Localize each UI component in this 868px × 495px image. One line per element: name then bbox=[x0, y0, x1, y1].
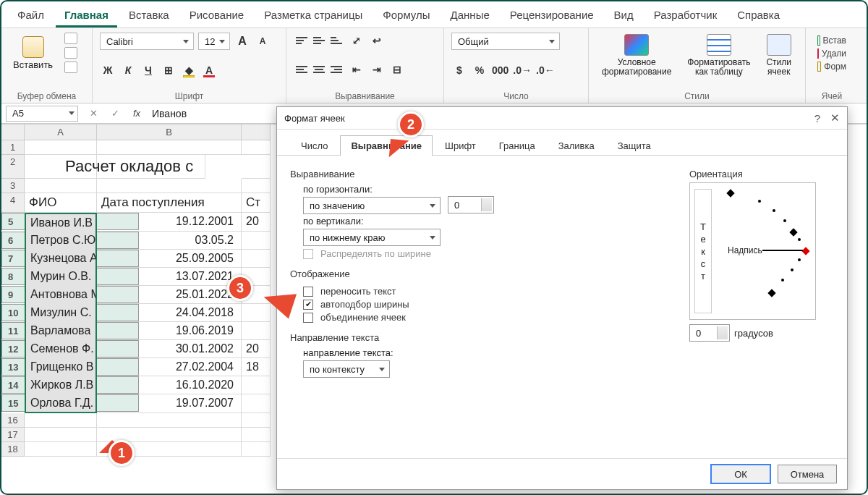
cell[interactable]: Иванов И.В bbox=[25, 213, 97, 232]
text-direction-select[interactable]: по контексту bbox=[303, 360, 390, 378]
shrink-font-button[interactable]: A bbox=[255, 33, 271, 49]
increase-decimal-button[interactable]: .0→ bbox=[513, 62, 532, 78]
col-header-b[interactable]: B bbox=[97, 124, 242, 140]
cell[interactable] bbox=[97, 140, 242, 155]
format-as-table-button[interactable]: Форматировать как таблицу bbox=[681, 33, 756, 78]
cell[interactable] bbox=[242, 179, 271, 193]
cell[interactable] bbox=[242, 413, 271, 428]
cell[interactable] bbox=[242, 268, 271, 286]
cut-icon[interactable] bbox=[64, 33, 77, 44]
orientation-control[interactable]: Текст Надпись bbox=[689, 182, 816, 320]
dlg-tab-font[interactable]: Шрифт bbox=[434, 135, 487, 156]
grow-font-button[interactable]: A bbox=[234, 33, 250, 49]
cell[interactable]: Расчет окладов с bbox=[61, 155, 205, 179]
cell[interactable]: Мизулин С. bbox=[25, 304, 97, 322]
align-bottom-button[interactable] bbox=[328, 33, 344, 48]
align-middle-button[interactable] bbox=[311, 33, 327, 48]
cell[interactable] bbox=[97, 428, 242, 442]
degrees-spinner[interactable]: 0 bbox=[689, 324, 730, 342]
row-header[interactable]: 1 bbox=[1, 140, 25, 155]
cell[interactable] bbox=[25, 179, 97, 193]
name-box[interactable]: A5 bbox=[6, 106, 78, 122]
decrease-decimal-button[interactable]: .0← bbox=[536, 62, 555, 78]
cell[interactable] bbox=[242, 322, 271, 340]
help-button[interactable]: ? bbox=[814, 112, 820, 124]
tab-review[interactable]: Рецензирование bbox=[501, 6, 603, 28]
font-size-select[interactable]: 12 bbox=[198, 33, 230, 50]
tab-help[interactable]: Справка bbox=[728, 6, 788, 28]
cell-styles-button[interactable]: Стили ячеек bbox=[760, 33, 797, 78]
tab-view[interactable]: Вид bbox=[605, 6, 642, 28]
dlg-tab-fill[interactable]: Заливка bbox=[548, 135, 605, 156]
tab-developer[interactable]: Разработчик bbox=[645, 6, 726, 28]
paste-button[interactable]: Вставить bbox=[9, 35, 57, 72]
align-right-button[interactable] bbox=[328, 62, 344, 77]
cell[interactable]: ФИО bbox=[25, 193, 97, 213]
cell[interactable] bbox=[242, 140, 271, 155]
merge-cells-checkbox[interactable] bbox=[303, 313, 313, 323]
cell[interactable] bbox=[25, 140, 97, 155]
cell[interactable] bbox=[25, 428, 97, 442]
orientation-button[interactable]: ⤢ bbox=[349, 33, 365, 48]
cell[interactable]: 03.05.2 bbox=[97, 232, 242, 250]
cell[interactable] bbox=[97, 413, 242, 428]
conditional-formatting-button[interactable]: Условное форматирование bbox=[596, 33, 677, 78]
cell[interactable]: 19.07.2007 bbox=[97, 394, 242, 413]
cell[interactable] bbox=[25, 413, 97, 428]
fx-icon[interactable]: fx bbox=[129, 106, 145, 122]
increase-indent-button[interactable]: ⇥ bbox=[369, 62, 385, 77]
copy-icon[interactable] bbox=[64, 47, 77, 59]
h-align-select[interactable]: по значению bbox=[303, 197, 441, 214]
cell[interactable] bbox=[97, 442, 242, 457]
underline-button[interactable]: Ч bbox=[140, 62, 156, 78]
cell[interactable]: 16.10.2020 bbox=[97, 376, 242, 394]
cell[interactable]: Кузнецова А bbox=[25, 250, 97, 268]
cell[interactable]: Грищенко В bbox=[25, 358, 97, 376]
cell[interactable]: Орлова Г.Д. bbox=[25, 394, 97, 413]
cell[interactable] bbox=[242, 250, 271, 268]
vertical-text-toggle[interactable]: Текст bbox=[694, 189, 712, 313]
formula-input[interactable]: Иванов bbox=[145, 108, 187, 119]
cancel-button[interactable]: Отмена bbox=[778, 465, 837, 483]
cell[interactable]: 19.06.2019 bbox=[97, 322, 242, 340]
select-all-corner[interactable] bbox=[1, 124, 25, 140]
wrap-text-checkbox[interactable] bbox=[303, 287, 313, 297]
cell[interactable] bbox=[242, 286, 271, 304]
cell[interactable]: 24.04.2018 bbox=[97, 304, 242, 322]
cell[interactable]: 20 bbox=[242, 340, 271, 358]
merge-button[interactable]: ⊟ bbox=[389, 62, 405, 77]
close-button[interactable]: ✕ bbox=[830, 111, 840, 124]
row-header[interactable]: 3 bbox=[1, 179, 25, 193]
dlg-tab-border[interactable]: Граница bbox=[488, 135, 546, 156]
accept-edit-icon[interactable]: ✓ bbox=[107, 106, 123, 122]
cancel-edit-icon[interactable]: ✕ bbox=[85, 106, 101, 122]
cell[interactable] bbox=[242, 442, 271, 457]
dlg-tab-protection[interactable]: Защита bbox=[607, 135, 662, 156]
cells-insert-button[interactable]: Встав bbox=[817, 35, 846, 46]
cell[interactable]: Антовнова М bbox=[25, 286, 97, 304]
cell[interactable]: Жирков Л.В bbox=[25, 376, 97, 394]
tab-formulas[interactable]: Формулы bbox=[374, 6, 438, 28]
col-header-c[interactable] bbox=[242, 124, 271, 140]
dialog-titlebar[interactable]: Формат ячеек ? ✕ bbox=[277, 107, 847, 130]
cell[interactable] bbox=[242, 155, 271, 179]
align-center-button[interactable] bbox=[311, 62, 327, 77]
cell[interactable]: Дата поступления bbox=[97, 193, 242, 213]
tab-file[interactable]: Файл bbox=[9, 6, 53, 28]
cell[interactable] bbox=[242, 394, 271, 413]
cell[interactable]: 27.02.2004 bbox=[97, 358, 242, 376]
row-header[interactable]: 2 bbox=[1, 155, 25, 179]
cells-format-button[interactable]: Форм bbox=[817, 62, 846, 72]
v-align-select[interactable]: по нижнему краю bbox=[303, 229, 441, 246]
cell[interactable] bbox=[242, 232, 271, 250]
cell[interactable]: Варламова bbox=[25, 322, 97, 340]
cell[interactable]: 19.12.2001 bbox=[97, 213, 242, 232]
align-top-button[interactable] bbox=[294, 33, 310, 48]
cell[interactable] bbox=[97, 179, 242, 193]
cell[interactable]: Мурин О.В. bbox=[25, 268, 97, 286]
format-painter-icon[interactable] bbox=[64, 62, 77, 73]
tab-insert[interactable]: Вставка bbox=[120, 6, 178, 28]
number-format-select[interactable]: Общий bbox=[451, 33, 560, 50]
comma-button[interactable]: 000 bbox=[492, 62, 509, 78]
col-header-a[interactable]: A bbox=[25, 124, 97, 140]
